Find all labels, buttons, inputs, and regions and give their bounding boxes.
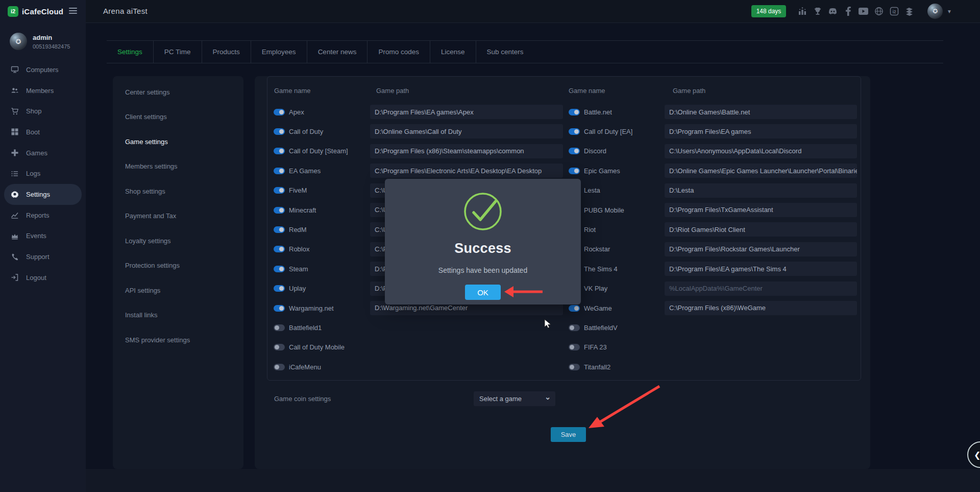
svg-text:i2: i2	[892, 9, 896, 14]
settings-menu-shop-settings[interactable]: Shop settings	[113, 179, 243, 204]
tab-settings[interactable]: Settings	[107, 41, 153, 63]
toggle-call-of-duty-mobile[interactable]	[274, 344, 285, 350]
toggle-call-of-duty[interactable]	[274, 128, 285, 135]
toggle-call-of-duty-ea-[interactable]	[569, 128, 580, 135]
sidebar-item-label: Support	[26, 253, 50, 261]
game-path-input[interactable]: D:\Program Files\EA games\Apex	[370, 105, 563, 119]
toggle-roblox[interactable]	[274, 246, 285, 252]
sidebar-item-logs[interactable]: Logs	[0, 163, 86, 184]
sidebar-item-label: Computers	[26, 66, 59, 74]
game-path-input[interactable]: D:\Program Files\TxGameAssistant	[665, 203, 857, 217]
layers-icon[interactable]	[904, 7, 914, 16]
game-path-input[interactable]: D:\Online Games\Battle.net	[665, 105, 857, 119]
game-row: Wargaming.net	[274, 298, 348, 318]
game-path-input[interactable]: C:\Users\Anonymous\AppData\Local\Discord	[665, 144, 857, 158]
sidebar-item-games[interactable]: Games	[0, 143, 86, 163]
toggle-epic-games[interactable]	[569, 168, 580, 174]
toggle-battlefield1[interactable]	[274, 324, 285, 331]
discord-icon[interactable]	[828, 7, 838, 16]
game-name-label: Wargaming.net	[289, 304, 334, 312]
settings-menu-loyalty-settings[interactable]: Loyalty settings	[113, 228, 243, 253]
toggle-titanfall2[interactable]	[569, 364, 580, 370]
toggle-fifa-23[interactable]	[569, 344, 580, 350]
game-row: FIFA 23	[569, 338, 632, 357]
sidebar-item-computers[interactable]: Computers	[0, 59, 86, 80]
settings-menu-game-settings[interactable]: Game settings	[113, 129, 243, 154]
toggle-call-of-duty-steam-[interactable]	[274, 148, 285, 154]
settings-menu-client-settings[interactable]: Client settings	[113, 105, 243, 130]
icafe-icon[interactable]: i2	[889, 7, 899, 16]
tab-employees[interactable]: Employees	[251, 41, 307, 63]
ok-button[interactable]: OK	[465, 285, 501, 300]
game-name-label: BattlefieldV	[584, 324, 618, 332]
toggle-redm[interactable]	[274, 226, 285, 233]
column-header-game-name-left: Game name	[274, 87, 311, 95]
tab-license[interactable]: License	[430, 41, 476, 63]
avatar[interactable]: ✪	[927, 4, 943, 19]
monitor-icon	[11, 65, 19, 74]
game-select-dropdown[interactable]: Select a game ⌄	[474, 391, 555, 406]
sidebar-item-settings[interactable]: Settings	[4, 184, 82, 205]
globe-icon[interactable]	[874, 7, 884, 16]
toggle-wargaming-net[interactable]	[274, 305, 285, 312]
sidebar-item-logout[interactable]: Logout	[0, 267, 86, 288]
settings-menu-api-settings[interactable]: API settings	[113, 278, 243, 303]
game-path-input[interactable]: D:\Program Files (x86)\Steam\steamapps\c…	[370, 144, 563, 158]
cart-icon	[11, 107, 19, 115]
game-path-input[interactable]: D:\Online Games\Epic Games Launcher\Laun…	[665, 163, 857, 178]
toggle-fivem[interactable]	[274, 187, 285, 194]
game-name-label: Call of Duty	[289, 128, 323, 135]
chevron-down-icon[interactable]: ▼	[947, 9, 952, 14]
toggle-battle-net[interactable]	[569, 109, 580, 115]
sidebar-item-events[interactable]: Events	[0, 226, 86, 247]
settings-menu-members-settings[interactable]: Members settings	[113, 154, 243, 179]
page-title: Arena aiTest	[103, 0, 148, 22]
sidebar-item-members[interactable]: Members	[0, 80, 86, 101]
tab-center-news[interactable]: Center news	[307, 41, 368, 63]
hamburger-menu-icon[interactable]	[69, 8, 77, 15]
sidebar-item-support[interactable]: Support	[0, 246, 86, 267]
trophy-icon[interactable]	[813, 7, 822, 16]
scroll-left-fab[interactable]: ❮	[967, 441, 980, 468]
game-path-input[interactable]: C:\Program Files (x86)\WeGame	[665, 301, 857, 315]
toggle-steam[interactable]	[274, 266, 285, 272]
game-row: Discord	[569, 142, 632, 161]
navbar-right-cluster: 148 days i2 ✪ ▼	[751, 0, 952, 22]
game-path-input[interactable]: D:\Program Files\Rockstar Games\Launcher	[665, 242, 857, 256]
crown-icon	[11, 232, 19, 240]
toggle-battlefieldv[interactable]	[569, 324, 580, 331]
game-path-input[interactable]: D:\Lesta	[665, 183, 857, 198]
tab-pc-time[interactable]: PC Time	[154, 41, 202, 63]
tab-sub-centers[interactable]: Sub centers	[476, 41, 534, 63]
tab-products[interactable]: Products	[202, 41, 251, 63]
toggle-ea-games[interactable]	[274, 168, 285, 174]
ranking-icon[interactable]	[797, 7, 807, 16]
settings-menu-center-settings[interactable]: Center settings	[113, 80, 243, 105]
toggle-apex[interactable]	[274, 109, 285, 115]
sidebar-item-reports[interactable]: Reports	[0, 205, 86, 226]
game-path-input[interactable]: C:\Program Files\Electronic Arts\EA Desk…	[370, 163, 563, 178]
user-avatar[interactable]: ✪	[10, 33, 27, 50]
chart-icon	[11, 211, 19, 219]
toggle-icafemenu[interactable]	[274, 364, 285, 370]
sidebar-item-shop[interactable]: Shop	[0, 101, 86, 122]
settings-menu-install-links[interactable]: Install links	[113, 303, 243, 328]
youtube-icon[interactable]	[859, 7, 868, 16]
save-button[interactable]: Save	[551, 427, 586, 442]
game-path-input[interactable]: D:\Riot Games\Riot Client	[665, 222, 857, 237]
game-path-input[interactable]: D:\Program Files\EA games	[665, 124, 857, 138]
toggle-wegame[interactable]	[569, 305, 580, 312]
settings-menu-payment-and-tax[interactable]: Payment and Tax	[113, 204, 243, 229]
toggle-minecraft[interactable]	[274, 207, 285, 214]
game-path-input[interactable]: D:\Online Games\Call of Duty	[370, 124, 563, 138]
game-path-input[interactable]: %LocalAppData%\GameCenter	[665, 282, 857, 296]
sidebar-item-boot[interactable]: Boot	[0, 122, 86, 143]
settings-menu-sms-provider-settings[interactable]: SMS provider settings	[113, 327, 243, 353]
toggle-uplay[interactable]	[274, 285, 285, 292]
game-row: iCafeMenu	[274, 357, 348, 377]
facebook-icon[interactable]	[843, 7, 853, 16]
settings-menu-protection-settings[interactable]: Protection settings	[113, 253, 243, 278]
toggle-discord[interactable]	[569, 148, 580, 154]
tab-promo-codes[interactable]: Promo codes	[368, 41, 430, 63]
game-path-input[interactable]: D:\Program Files\EA games\The Sims 4	[665, 262, 857, 276]
